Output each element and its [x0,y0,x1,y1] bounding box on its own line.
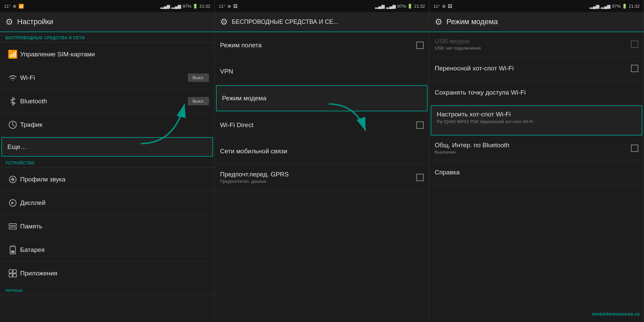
menu-item-bluetooth[interactable]: Bluetooth Выкл. [0,90,214,113]
status-right-3: ▂▄▆ ▂▄▆ 97% 🔋 21:32 [590,4,640,9]
status-bar-3: 11° ⊕ 🖼 ▂▄▆ ▂▄▆ 97% 🔋 21:32 [429,0,644,12]
page-title-3: Режим модема [446,17,498,26]
wifi-toggle[interactable]: Выкл. [188,73,209,82]
menu-item-mobile[interactable]: Сети мобильной связи [215,138,429,164]
menu-item-battery[interactable]: Батарея [0,238,214,262]
battery-icon-3: 🔋 [622,4,627,9]
bt-tethering-right[interactable] [631,145,638,152]
menu-item-usb[interactable]: USB-модем USB: нет подключения [429,32,644,56]
menu-item-wifidirect[interactable]: Wi-Fi Direct [215,112,429,138]
bluetooth-right[interactable]: Выкл. [188,97,209,105]
gps-icon-3: ⊕ [442,4,446,9]
signal-bars-1: ▂▄▆ [160,4,170,9]
status-left-2: 11° ⊕ 🖼 [219,4,237,9]
apps-title: Приложения [20,270,209,277]
menu-item-bt-tethering[interactable]: Общ. Интер. по Bluetooth Выключен [429,136,644,160]
configure-hotspot-title: Настроить хот-спот Wi-Fi [437,111,636,118]
wifidirect-checkbox[interactable] [416,121,424,129]
save-hotspot-title: Сохранять точку доступа Wi-Fi [435,89,638,96]
settings-icon-2: ⚙ [220,17,228,27]
menu-item-wifi[interactable]: Wi-Fi Выкл. [0,66,214,90]
menu-item-airplane[interactable]: Режим полета [215,32,429,58]
hotspot-title: Переносной хот-спот Wi-Fi [435,65,631,72]
signal-icon: 📶 [18,4,24,9]
wifi-icon [5,74,20,82]
temperature-3: 11° [433,4,440,9]
hotspot-right[interactable] [631,65,638,72]
help-title: Справка [435,169,638,176]
usb-checkbox[interactable] [631,41,638,48]
page-title-1: Настройки [17,17,53,26]
apps-content: Приложения [20,270,209,277]
usb-right[interactable] [631,41,638,48]
airplane-right[interactable] [416,42,424,49]
display-icon [5,199,20,207]
sound-content: Профили звука [20,176,209,183]
wifidirect-title: Wi-Fi Direct [220,121,416,129]
gps-icon-2: ⊕ [227,4,231,9]
gps-icon: ⊕ [13,4,16,9]
gprs-checkbox[interactable] [416,174,424,181]
menu-item-hotspot[interactable]: Переносной хот-спот Wi-Fi [429,56,644,80]
mobile-title: Сети мобильной связи [220,148,424,155]
gprs-right[interactable] [416,174,424,181]
bt-tethering-subtitle: Выключен [435,150,631,155]
bt-tethering-content: Общ. Интер. по Bluetooth Выключен [435,142,631,155]
menu-item-apps[interactable]: Приложения [0,262,214,285]
watermark: mneinteresnovse.ru [592,311,640,317]
sound-icon [5,175,20,184]
wifi-right[interactable]: Выкл. [188,73,209,82]
usb-content: USB-модем USB: нет подключения [435,38,631,51]
bluetooth-toggle[interactable]: Выкл. [188,97,209,105]
memory-icon [5,223,20,230]
page-title-2: БЕСПРОВОДНЫЕ СРЕДСТВА И СЕ... [232,18,338,25]
menu-item-configure-hotspot[interactable]: Настроить хот-спот Wi-Fi Fly IQ443 WPA2 … [431,105,642,136]
section-wireless-1: БЕСПРОВОДНЫЕ СРЕДСТВА И СЕТИ [0,32,214,43]
airplane-title: Режим полета [220,42,416,49]
menu-item-vpn[interactable]: VPN [215,58,429,85]
wifidirect-right[interactable] [416,121,424,129]
menu-item-modem[interactable]: Режим модема [216,85,428,111]
configure-hotspot-content: Настроить хот-спот Wi-Fi Fly IQ443 WPA2 … [437,111,636,125]
status-bar-1: 11° ⊕ 📶 ▂▄▆ ▂▄▆ 97% 🔋 21:32 [0,0,214,12]
menu-item-help[interactable]: Справка [429,160,644,184]
display-title: Дисплей [20,199,209,207]
more-title: Еще… [7,143,207,151]
bt-tethering-checkbox[interactable] [631,145,638,152]
battery-percent-1: 97% [182,4,191,9]
usb-title: USB-модем [435,38,631,45]
vpn-content: VPN [220,68,424,75]
panel-wireless: 11° ⊕ 🖼 ▂▄▆ ▂▄▆ 97% 🔋 21:32 ⚙ БЕСПРОВОДН… [215,0,429,322]
traffic-content: Трафик [20,121,209,128]
status-bar-2: 11° ⊕ 🖼 ▂▄▆ ▂▄▆ 97% 🔋 21:32 [215,0,429,12]
status-right-2: ▂▄▆ ▂▄▆ 97% 🔋 21:32 [375,4,425,9]
bluetooth-content: Bluetooth [20,98,188,105]
usb-subtitle: USB: нет подключения [435,46,631,51]
menu-item-sim[interactable]: 📶 Управление SIM-картами [0,43,214,66]
airplane-checkbox[interactable] [416,42,424,49]
airplane-content: Режим полета [220,42,416,49]
menu-item-sound[interactable]: Профили звука [0,168,214,191]
svg-rect-18 [13,274,16,277]
temperature-1: 11° [4,4,11,9]
menu-item-gprs[interactable]: Предпочт.перед. GPRS Предпочтител. данны… [215,164,429,191]
battery-content: Батарея [20,246,209,254]
modem-title: Режим модема [222,95,422,102]
hotspot-checkbox[interactable] [631,65,638,72]
menu-item-traffic[interactable]: Трафик [0,113,214,137]
modem-content: Режим модема [222,95,422,102]
svg-rect-17 [9,274,12,277]
traffic-title: Трафик [20,121,209,128]
sim-icon: 📶 [5,50,20,59]
status-left-1: 11° ⊕ 📶 [4,4,24,9]
display-content: Дисплей [20,199,209,207]
menu-item-display[interactable]: Дисплей [0,191,214,215]
battery-icon-2: 🔋 [407,4,413,9]
signal-bars-4: ▂▄▆ [386,4,396,9]
mobile-content: Сети мобильной связи [220,148,424,155]
menu-item-memory[interactable]: Память [0,215,214,238]
menu-item-save-hotspot[interactable]: Сохранять точку доступа Wi-Fi [429,80,644,105]
menu-item-more[interactable]: Еще… [1,137,213,157]
memory-title: Память [20,223,209,230]
svg-rect-9 [9,227,16,229]
